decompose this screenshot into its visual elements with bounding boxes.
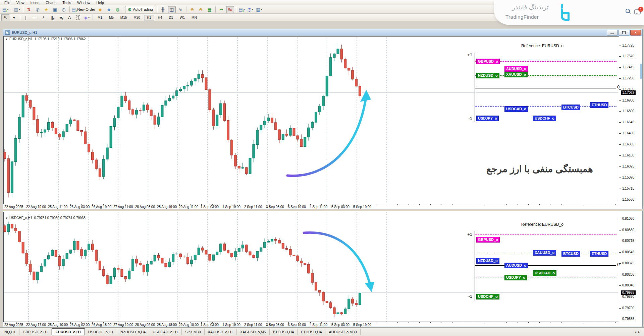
symbol-dropdown-icon[interactable]: ▼ bbox=[5, 217, 8, 220]
periods-dropdown-icon[interactable]: ▾ bbox=[252, 8, 253, 11]
symbol-badge-usdchf_o[interactable]: USDCHF_o bbox=[476, 294, 499, 299]
chart-tab-usdchf-o-h1[interactable]: USDCHF_o,H1 bbox=[85, 329, 117, 335]
chart-tab-nq-h1[interactable]: NQ,H1 bbox=[1, 329, 19, 335]
symbol-badge-audusd_o[interactable]: AUDUSD_o bbox=[504, 263, 528, 268]
minimize-button[interactable] bbox=[607, 30, 618, 36]
symbol-badge-btcusd[interactable]: BTCUSD bbox=[561, 251, 580, 257]
ohlc-readout-usdchf[interactable]: ▼USDCHF_o,H1 0.79751 0.79960 0.79731 0.7… bbox=[5, 216, 86, 220]
templates-button[interactable]: ▧▾ bbox=[255, 6, 263, 13]
indicators-icon: ▤+ bbox=[239, 7, 243, 12]
fibonacci-button[interactable]: ≡F bbox=[57, 14, 65, 21]
ohlc-readout-eurusd[interactable]: ▼EURUSD_o,H1 1.17198 1.17219 1.17096 1.1… bbox=[5, 37, 86, 41]
symbol-badge-nzdusd_o[interactable]: NZDUSD_o bbox=[476, 258, 499, 264]
cursor-icon: ↖ bbox=[4, 15, 7, 20]
chart-tab-gbpusd-o-h1[interactable]: GBPUSD_o,H1 bbox=[19, 329, 52, 335]
chart-tab-audusd-o-m30[interactable]: AUDUSD_o,M30 bbox=[325, 329, 360, 335]
symbol-badge-nzdusd_o[interactable]: NZDUSD_o bbox=[476, 73, 499, 78]
strategy-tester-button[interactable]: ◷ bbox=[60, 6, 68, 13]
equidistant-channel-button[interactable]: ∥E bbox=[48, 14, 56, 21]
chart-tab-spx-m30[interactable]: SPX,M30 bbox=[182, 329, 204, 335]
candle-chart-type-button[interactable]: ◫ bbox=[168, 6, 176, 13]
timeframe-m30-button[interactable]: M30 bbox=[130, 15, 143, 20]
profiles-button[interactable]: ▥▾ bbox=[13, 6, 21, 13]
indicators-button[interactable]: ▤+▾ bbox=[238, 6, 246, 13]
shapes-dropdown-icon[interactable]: ▾ bbox=[88, 16, 90, 19]
shapes-button[interactable]: ◈▾ bbox=[83, 14, 91, 21]
expert-advisors-button[interactable]: ☻ bbox=[105, 6, 113, 13]
symbol-badge-xauusd_o[interactable]: XAUUSD_o bbox=[533, 250, 556, 256]
new-order-button[interactable]: ▤+New Order bbox=[71, 6, 95, 13]
chart-tab-xagusd-o-m5[interactable]: XAGUSD_o,M5 bbox=[237, 329, 270, 335]
chart-window-titlebar[interactable]: EURUSD_o,H1 × bbox=[3, 29, 642, 36]
line-chart-type-button[interactable]: ∿ bbox=[176, 6, 184, 13]
horizontal-line-button[interactable]: — bbox=[31, 14, 39, 21]
symbol-badge-ethusd[interactable]: ETHUSD bbox=[590, 251, 608, 257]
symbol-badge-usdjpy_o[interactable]: USDJPY_o bbox=[504, 275, 527, 280]
vertical-line-button[interactable]: | bbox=[22, 14, 30, 21]
zero-label: 0 bbox=[617, 84, 620, 89]
timeframe-h4-button[interactable]: H4 bbox=[155, 15, 165, 20]
menu-help[interactable]: Help bbox=[93, 1, 107, 5]
timeframe-d1-button[interactable]: D1 bbox=[166, 15, 176, 20]
zoom-out-button[interactable]: ⊖ bbox=[197, 6, 205, 13]
terminal-button[interactable]: ▣ bbox=[51, 6, 59, 13]
data-window-button[interactable]: ◎ bbox=[34, 6, 42, 13]
menu-window[interactable]: Window bbox=[74, 1, 93, 5]
symbol-badge-usdjpy_o[interactable]: USDJPY_o bbox=[476, 116, 499, 121]
timeframe-m5-button[interactable]: M5 bbox=[106, 15, 117, 20]
close-button[interactable]: × bbox=[630, 30, 641, 36]
chart-tab-eurusd-o-h1[interactable]: EURUSD_o,H1 bbox=[52, 328, 85, 335]
symbol-dropdown-icon[interactable]: ▼ bbox=[5, 38, 8, 41]
chart-tab-xauusd-o-h1[interactable]: XAUUSD_o,H1 bbox=[205, 329, 237, 335]
price-tick-label: 1.16335 bbox=[622, 142, 634, 146]
profiles-dropdown-icon[interactable]: ▾ bbox=[19, 8, 20, 11]
chart-scrollbar[interactable] bbox=[640, 64, 642, 79]
templates-dropdown-icon[interactable]: ▾ bbox=[261, 8, 262, 11]
menu-file[interactable]: File bbox=[1, 1, 13, 5]
signals-button[interactable]: ◍ bbox=[113, 6, 121, 13]
symbol-badge-xauusd_o[interactable]: XAUUSD_o bbox=[504, 72, 528, 77]
timeframe-mn-button[interactable]: MN bbox=[189, 15, 200, 20]
symbol-badge-gbpusd_o[interactable]: GBPUSD_o bbox=[476, 59, 500, 64]
bar-chart-type-button[interactable]: ╫ bbox=[159, 6, 167, 13]
chart-shift-button[interactable]: ↹ bbox=[226, 6, 234, 13]
tile-windows-button[interactable]: ▦ bbox=[206, 6, 214, 13]
crosshair-button[interactable]: + bbox=[10, 14, 18, 21]
symbol-badge-usdcad_o[interactable]: USDCAD_o bbox=[504, 106, 528, 112]
autotrading-button[interactable]: ⚙AutoTrading bbox=[125, 6, 155, 13]
menu-view[interactable]: View bbox=[13, 1, 28, 5]
metaeditor-button[interactable]: ◆ bbox=[96, 6, 104, 13]
symbol-badge-ethusd[interactable]: ETHUSD bbox=[590, 102, 608, 108]
timeframe-h1-button[interactable]: H1 bbox=[144, 15, 154, 20]
navigator-button[interactable]: ★ bbox=[42, 6, 50, 13]
timeframe-m15-button[interactable]: M15 bbox=[117, 15, 130, 20]
trendline-button[interactable]: / bbox=[39, 14, 47, 21]
menu-charts[interactable]: Charts bbox=[43, 1, 59, 5]
new-chart-button[interactable]: ▤+▾ bbox=[1, 6, 9, 13]
price-tick bbox=[619, 241, 621, 241]
symbol-badge-audusd_o[interactable]: AUDUSD_o bbox=[504, 66, 528, 72]
auto-scroll-button[interactable]: ↦ bbox=[217, 6, 225, 13]
tab-scroll-arrows[interactable]: ◂▸ bbox=[635, 330, 642, 334]
text-label-button[interactable]: T bbox=[74, 14, 82, 21]
symbol-badge-usdcad_o[interactable]: USDCAD_o bbox=[533, 270, 556, 276]
chart-tab-nzdusd-o-h4[interactable]: NZDUSD_o,H4 bbox=[117, 329, 149, 335]
chart-tab-ethusd-h4[interactable]: ETHUSD,H4 bbox=[298, 329, 325, 335]
periods-button[interactable]: ◴▾ bbox=[247, 6, 255, 13]
timeframe-m1-button[interactable]: M1 bbox=[95, 15, 105, 20]
zoom-in-button[interactable]: ⊕ bbox=[188, 6, 196, 13]
timeframe-w1-button[interactable]: W1 bbox=[177, 15, 188, 20]
cursor-button[interactable]: ↖ bbox=[1, 14, 9, 21]
restore-button[interactable] bbox=[619, 30, 629, 36]
symbol-badge-usdchf_o[interactable]: USDCHF_o bbox=[533, 116, 556, 121]
search-icon[interactable] bbox=[626, 9, 630, 13]
menu-insert[interactable]: Insert bbox=[27, 1, 43, 5]
symbol-badge-gbpusd_o[interactable]: GBPUSD_o bbox=[476, 237, 500, 243]
menu-tools[interactable]: Tools bbox=[59, 1, 74, 5]
chart-tab-btcusd-h4[interactable]: BTCUSD,H4 bbox=[270, 329, 298, 335]
market-watch-button[interactable]: ⇅ bbox=[25, 6, 33, 13]
symbol-badge-btcusd[interactable]: BTCUSD bbox=[561, 105, 580, 110]
text-button[interactable]: A bbox=[65, 14, 73, 21]
chart-tab-usdcad-o-h1[interactable]: USDCAD_o,H1 bbox=[149, 329, 182, 335]
tradingfinder-watermark: تریدینگ فایندر TradingFinder 1 bbox=[494, 0, 644, 25]
